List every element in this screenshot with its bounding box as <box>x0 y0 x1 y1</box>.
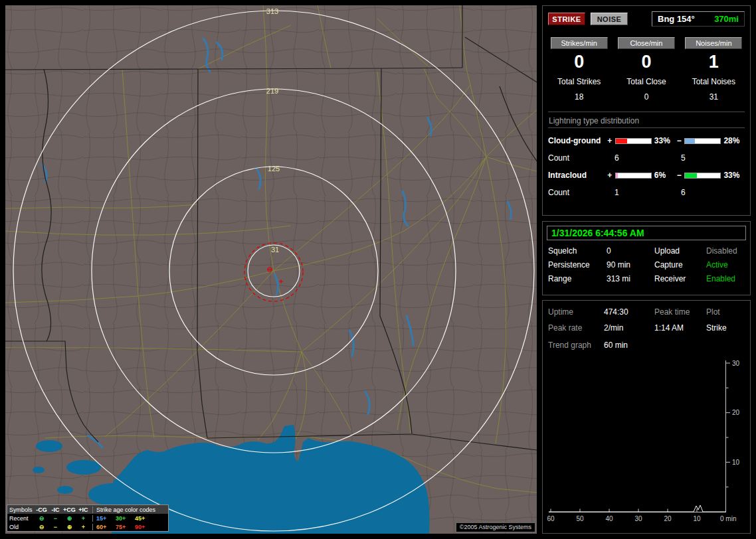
receiver-status: Enabled <box>706 274 745 283</box>
peak-rate-label: Peak rate <box>548 323 604 333</box>
cloud-ground-row: Cloud-ground + 33% − 28% <box>548 132 745 149</box>
pos-cg-recent-icon: ⊕ <box>62 515 76 522</box>
age-60-label: 60+ <box>96 524 116 530</box>
noise-mode-button[interactable]: NOISE <box>591 13 628 25</box>
cg-positive-pct: 33% <box>654 136 676 145</box>
ic-positive-count: 1 <box>614 188 681 197</box>
squelch-value: 0 <box>607 246 654 256</box>
x-tick-0-min: 0 min <box>720 515 736 522</box>
ic-negative-pct: 33% <box>723 171 745 180</box>
trend-line <box>549 505 725 512</box>
divider <box>548 112 745 112</box>
range-value: 313 mi <box>607 274 654 283</box>
date-time-display: 1/31/2026 6:44:56 AM <box>547 226 746 240</box>
squelch-label: Squelch <box>548 246 607 256</box>
recent-age-codes: 15+ 30+ 45+ <box>92 515 166 522</box>
close-rate-column: Close/min 0 Total Close 0 <box>615 37 677 102</box>
trend-graph-row: Trend graph 60 min <box>543 341 750 350</box>
cg-negative-pct: 28% <box>723 136 745 145</box>
lightning-map[interactable]: 313 219 125 31 <box>5 5 537 534</box>
total-close-label: Total Close <box>615 77 677 86</box>
strike-mode-button[interactable]: STRIKE <box>548 13 585 25</box>
cg-negative-count: 5 <box>681 153 686 163</box>
x-tick-30: 30 <box>634 515 642 522</box>
ring-label-313: 313 <box>266 7 278 15</box>
bearing-value: Bng 154° <box>658 14 695 24</box>
old-age-codes: 60+ 75+ 90+ <box>92 524 166 530</box>
legend-header-row: Symbols -CG -IC +CG +IC Strike age color… <box>7 505 168 514</box>
noises-per-min-button[interactable]: Noises/min <box>685 37 742 49</box>
strikes-per-min-button[interactable]: Strikes/min <box>551 37 608 49</box>
trend-graph: 30 20 10 60 50 40 30 20 10 0 min <box>545 356 749 533</box>
y-tick-30: 30 <box>732 360 740 367</box>
count-label: Count <box>548 153 614 163</box>
uptime-stats-grid: Uptime 474:30 Peak time Plot Peak rate 2… <box>543 307 750 333</box>
plus-sign: + <box>606 171 614 180</box>
divider <box>548 127 745 128</box>
total-close-value: 0 <box>615 92 677 102</box>
ic-negative-bar <box>684 173 721 179</box>
age-codes-header: Strike age color codes <box>92 506 166 513</box>
y-tick-10: 10 <box>732 459 740 466</box>
ic-negative-count: 6 <box>681 188 686 197</box>
mode-button-row: STRIKE NOISE Bng 154° 370mi <box>548 11 745 27</box>
total-strikes-label: Total Strikes <box>548 77 610 86</box>
neg-cg-old-icon: ⊖ <box>35 524 48 530</box>
legend-recent-row: Recent ⊖ − ⊕ + 15+ 30+ 45+ <box>7 514 168 522</box>
trend-axes <box>549 360 730 512</box>
distribution-title: Lightning type distribution <box>549 116 745 125</box>
total-noises-value: 31 <box>683 92 745 102</box>
cloud-ground-label: Cloud-ground <box>548 136 606 145</box>
plot-label: Plot <box>706 307 745 317</box>
intracloud-label: Intracloud <box>548 171 606 180</box>
y-tick-20: 20 <box>732 409 740 416</box>
settings-panel: 1/31/2026 6:44:56 AM Squelch 0 Upload Di… <box>542 221 751 295</box>
age-45-label: 45+ <box>135 515 154 522</box>
intracloud-count-row: Count 1 6 <box>548 184 745 201</box>
upload-status: Disabled <box>706 246 745 256</box>
trend-graph-value: 60 min <box>604 341 745 350</box>
neg-cg-header: -CG <box>35 506 48 513</box>
count-label: Count <box>548 188 614 197</box>
noises-per-min-value: 1 <box>683 52 745 71</box>
range-label: Range <box>548 274 607 283</box>
neg-ic-header: -IC <box>48 506 62 513</box>
neg-ic-recent-icon: − <box>48 515 62 522</box>
close-per-min-button[interactable]: Close/min <box>618 37 675 49</box>
pos-cg-old-icon: ⊕ <box>62 524 76 530</box>
peak-time-label: Peak time <box>654 307 706 317</box>
age-90-label: 90+ <box>135 524 154 530</box>
cg-positive-bar <box>615 138 652 144</box>
recent-label: Recent <box>9 515 35 522</box>
uptime-value: 474:30 <box>604 307 654 317</box>
rate-counters: Strikes/min 0 Total Strikes 18 Close/min… <box>548 37 745 102</box>
noises-rate-column: Noises/min 1 Total Noises 31 <box>683 37 745 102</box>
plus-sign: + <box>606 136 614 145</box>
x-tick-10: 10 <box>693 515 701 522</box>
nexstorm-app-window: 313 219 125 31 Symbols -CG -IC +CG +IC S… <box>0 0 756 539</box>
cloud-ground-count-row: Count 6 5 <box>548 149 745 167</box>
ic-positive-bar <box>615 173 652 179</box>
persistence-label: Persistence <box>548 260 607 270</box>
age-15-label: 15+ <box>96 515 116 522</box>
trend-axis-labels: 30 20 10 60 50 40 30 20 10 0 min <box>547 360 739 522</box>
x-tick-50: 50 <box>576 515 584 522</box>
map-panel[interactable]: 313 219 125 31 Symbols -CG -IC +CG +IC S… <box>5 5 537 534</box>
legend-symbols-header: Symbols <box>9 506 35 513</box>
minus-sign: − <box>675 136 683 145</box>
minus-sign: − <box>675 171 683 180</box>
pos-ic-recent-icon: + <box>76 515 90 522</box>
upload-label: Upload <box>654 246 706 256</box>
pos-ic-header: +IC <box>76 506 90 513</box>
strike-legend: Symbols -CG -IC +CG +IC Strike age color… <box>7 504 169 532</box>
intracloud-row: Intracloud + 6% − 33% <box>548 167 745 184</box>
legend-old-row: Old ⊖ − ⊕ + 60+ 75+ 90+ <box>7 522 168 531</box>
trend-graph-label: Trend graph <box>548 341 604 350</box>
persistence-value: 90 min <box>607 260 654 270</box>
bearing-display: Bng 154° 370mi <box>652 11 745 27</box>
pos-cg-header: +CG <box>62 506 76 513</box>
copyright-label: ©2005 Astrogenic Systems <box>456 522 535 532</box>
plot-value: Strike <box>706 323 745 333</box>
x-tick-60: 60 <box>547 515 555 522</box>
strikes-rate-column: Strikes/min 0 Total Strikes 18 <box>548 37 610 102</box>
